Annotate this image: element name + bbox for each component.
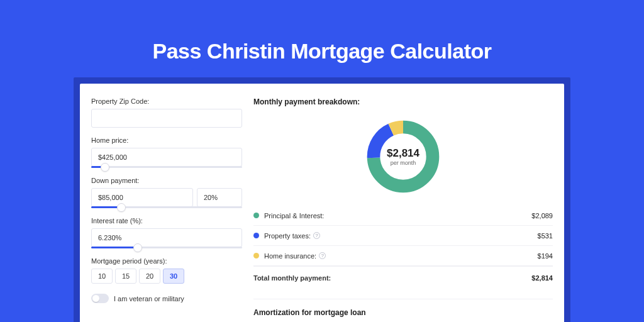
legend-swatch-icon: [253, 233, 259, 238]
legend-row: Principal & Interest:$2,089: [253, 206, 553, 226]
legend-total-row: Total monthly payment:$2,814: [253, 266, 553, 289]
period-btn-30[interactable]: 30: [163, 269, 184, 284]
period-btn-10[interactable]: 10: [91, 269, 113, 284]
period-btn-20[interactable]: 20: [139, 269, 160, 284]
form-column: Property Zip Code: Home price: Down paym…: [91, 97, 242, 322]
home-price-input[interactable]: [91, 148, 242, 167]
legend-swatch-icon: [253, 253, 259, 258]
donut-sub: per month: [391, 160, 416, 166]
page-title: Pass Christin Mortgage Calculator: [0, 0, 644, 77]
veteran-toggle[interactable]: [91, 294, 109, 303]
legend: Principal & Interest:$2,089Property taxe…: [253, 206, 553, 289]
card-outer: Property Zip Code: Home price: Down paym…: [74, 77, 570, 322]
amortization-title: Amortization for mortgage loan: [253, 308, 553, 317]
legend-total-label: Total monthly payment:: [253, 274, 331, 282]
donut-amount: $2,814: [387, 147, 419, 160]
veteran-row: I am veteran or military: [91, 294, 242, 303]
legend-swatch-icon: [253, 213, 259, 218]
home-price-label: Home price:: [91, 136, 242, 144]
home-price-field: Home price:: [91, 136, 242, 168]
period-label: Mortgage period (years):: [91, 257, 242, 265]
zip-input[interactable]: [91, 109, 242, 128]
info-icon[interactable]: ?: [319, 252, 326, 259]
zip-label: Property Zip Code:: [91, 97, 242, 105]
legend-value: $531: [538, 232, 553, 240]
legend-total-value: $2,814: [531, 274, 553, 282]
legend-label: Home insurance: ?: [264, 252, 326, 260]
legend-label: Property taxes: ?: [264, 232, 320, 240]
down-payment-pct-input[interactable]: [197, 188, 242, 207]
interest-slider[interactable]: [91, 247, 242, 248]
info-icon[interactable]: ?: [313, 232, 320, 239]
home-price-slider[interactable]: [91, 166, 242, 168]
breakdown-title: Monthly payment breakdown:: [253, 97, 553, 106]
legend-row: Property taxes: ?$531: [253, 226, 553, 246]
down-payment-slider[interactable]: [91, 206, 242, 208]
down-payment-label: Down payment:: [91, 177, 242, 184]
amortization-section: Amortization for mortgage loan Amortizat…: [253, 299, 553, 322]
zip-field: Property Zip Code:: [91, 97, 242, 128]
veteran-label: I am veteran or military: [114, 295, 184, 303]
slider-thumb-icon[interactable]: [101, 163, 109, 172]
slider-thumb-icon[interactable]: [117, 203, 126, 212]
interest-input[interactable]: [91, 228, 242, 247]
calculator-card: Property Zip Code: Home price: Down paym…: [80, 84, 564, 322]
period-field: Mortgage period (years): 10152030: [91, 257, 242, 284]
legend-value: $194: [538, 252, 553, 260]
legend-label: Principal & Interest:: [264, 212, 324, 219]
donut-center: $2,814 per month: [364, 118, 442, 196]
legend-row: Home insurance: ?$194: [253, 246, 553, 266]
breakdown-column: Monthly payment breakdown: $2,814 per mo…: [253, 97, 553, 322]
period-btn-15[interactable]: 15: [115, 269, 136, 284]
slider-thumb-icon[interactable]: [133, 243, 142, 252]
down-payment-input[interactable]: [91, 188, 193, 207]
donut-chart-wrap: $2,814 per month: [253, 114, 553, 206]
interest-field: Interest rate (%):: [91, 217, 242, 248]
donut-chart: $2,814 per month: [364, 118, 442, 196]
legend-value: $2,089: [531, 212, 553, 219]
toggle-knob-icon: [92, 295, 99, 302]
interest-label: Interest rate (%):: [91, 217, 242, 225]
down-payment-field: Down payment:: [91, 177, 242, 208]
